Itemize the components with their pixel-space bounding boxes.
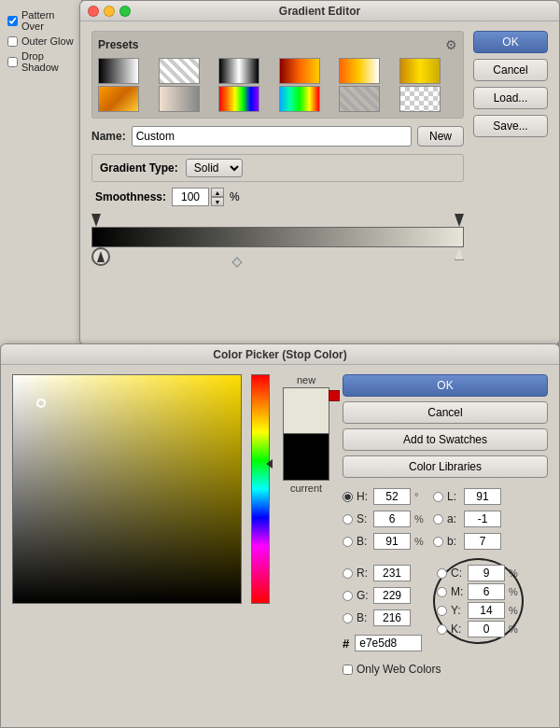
Bfield-label: B: — [357, 611, 370, 624]
b-label: b: — [447, 535, 460, 548]
new-button[interactable]: New — [417, 126, 464, 147]
new-swatch[interactable] — [283, 387, 329, 434]
preset-7[interactable] — [98, 86, 139, 112]
C-input[interactable] — [468, 565, 505, 581]
S-input[interactable] — [373, 511, 411, 527]
preset-10[interactable] — [279, 86, 320, 112]
C-radio[interactable] — [437, 568, 447, 579]
preset-6[interactable] — [399, 58, 441, 84]
maximize-button[interactable] — [119, 6, 131, 17]
outer-glow-checkbox[interactable] — [7, 36, 18, 47]
minimize-button[interactable] — [104, 6, 115, 17]
B-input[interactable] — [373, 533, 411, 550]
Y-input[interactable] — [468, 602, 505, 619]
L-row: L: — [433, 487, 524, 506]
a-radio[interactable] — [433, 514, 443, 525]
ge-cancel-button[interactable]: Cancel — [473, 59, 548, 81]
Y-radio[interactable] — [437, 606, 447, 616]
preset-11[interactable] — [339, 86, 380, 112]
traffic-lights — [88, 6, 131, 17]
pattern-overlay-checkbox[interactable] — [7, 16, 18, 26]
color-picker-titlebar: Color Picker (Stop Color) — [1, 344, 559, 365]
ge-load-button[interactable]: Load... — [473, 87, 548, 109]
preset-1[interactable] — [98, 58, 139, 84]
cp-cancel-button[interactable]: Cancel — [343, 401, 548, 424]
bottom-handle-selected[interactable] — [91, 247, 110, 266]
color-field[interactable] — [12, 374, 242, 604]
smoothness-spinner[interactable]: ▲ ▼ — [211, 188, 224, 206]
bottom-handles — [91, 247, 464, 266]
top-handle-right[interactable] — [455, 214, 464, 227]
name-row: Name: New — [91, 126, 464, 147]
G-radio[interactable] — [343, 591, 353, 601]
swatch-area: new current — [279, 374, 333, 676]
L-input[interactable] — [464, 488, 501, 505]
L-radio[interactable] — [433, 492, 443, 502]
hex-input[interactable] — [355, 635, 422, 651]
effect-outer-glow[interactable]: Outer Glow — [4, 34, 77, 49]
K-label: K: — [451, 623, 464, 636]
H-radio[interactable] — [343, 492, 353, 502]
color-field-wrapper[interactable] — [12, 374, 242, 604]
b-radio[interactable] — [433, 537, 443, 547]
cp-add-to-swatches-button[interactable]: Add to Swatches — [343, 428, 548, 451]
gradient-type-select[interactable]: Solid Noise — [186, 159, 243, 177]
R-radio[interactable] — [343, 568, 353, 579]
Bfield-radio[interactable] — [343, 613, 353, 623]
name-label: Name: — [91, 130, 126, 143]
effect-drop-shadow[interactable]: Drop Shadow — [4, 49, 77, 75]
gradient-bar[interactable] — [91, 227, 464, 247]
B-label: B: — [357, 535, 370, 548]
B-unit: % — [414, 536, 426, 547]
K-input[interactable] — [468, 621, 505, 637]
cp-ok-button[interactable]: OK — [343, 374, 548, 397]
cp-color-libraries-button[interactable]: Color Libraries — [343, 455, 548, 478]
handle-indicator[interactable] — [91, 247, 110, 266]
preset-4[interactable] — [279, 58, 320, 84]
b-input[interactable] — [464, 533, 501, 550]
presets-label: Presets — [98, 38, 138, 51]
smoothness-up[interactable]: ▲ — [211, 188, 224, 197]
R-input[interactable] — [373, 565, 411, 581]
ge-ok-button[interactable]: OK — [473, 31, 548, 53]
name-input[interactable] — [132, 126, 412, 147]
drop-shadow-checkbox[interactable] — [7, 57, 18, 67]
close-button[interactable] — [88, 6, 99, 17]
hex-row: # — [343, 635, 426, 651]
B-radio[interactable] — [343, 537, 353, 547]
preset-9[interactable] — [218, 86, 259, 112]
K-radio[interactable] — [437, 624, 447, 635]
ge-save-button[interactable]: Save... — [473, 115, 548, 137]
bottom-handle-mid[interactable] — [231, 257, 242, 267]
R-label: R: — [357, 567, 370, 580]
a-input[interactable] — [464, 511, 501, 527]
S-radio[interactable] — [343, 514, 353, 525]
smoothness-input[interactable] — [172, 188, 209, 206]
current-swatch[interactable] — [283, 434, 329, 481]
preset-5[interactable] — [339, 58, 380, 84]
bottom-handle-right[interactable] — [455, 247, 464, 260]
color-field-dark — [13, 375, 241, 603]
M-input[interactable] — [468, 583, 505, 600]
color-picker-window: Color Picker (Stop Color) new cur — [0, 343, 560, 728]
effect-pattern-overlay[interactable]: Pattern Over — [4, 7, 77, 34]
cp-right-panel: OK Cancel Add to Swatches Color Librarie… — [343, 374, 548, 676]
Bfield-input[interactable] — [373, 609, 411, 626]
H-input[interactable] — [373, 488, 411, 505]
web-colors-checkbox[interactable] — [343, 665, 353, 675]
preset-12[interactable] — [399, 86, 441, 112]
top-handle-left[interactable] — [91, 214, 101, 227]
G-input[interactable] — [373, 587, 411, 604]
hue-slider[interactable] — [251, 374, 270, 604]
M-radio[interactable] — [437, 587, 447, 597]
gear-icon[interactable]: ⚙ — [445, 37, 457, 52]
preset-8[interactable] — [159, 86, 200, 112]
preset-3[interactable] — [218, 58, 259, 84]
C-row: C: % — [437, 564, 520, 582]
M-row: M: % — [437, 582, 520, 601]
hue-slider-wrapper[interactable] — [251, 374, 270, 604]
smoothness-down[interactable]: ▼ — [211, 197, 224, 206]
preset-2[interactable] — [159, 58, 200, 84]
presets-section: Presets ⚙ — [91, 31, 464, 119]
swatch-copy-icon[interactable] — [329, 390, 340, 401]
